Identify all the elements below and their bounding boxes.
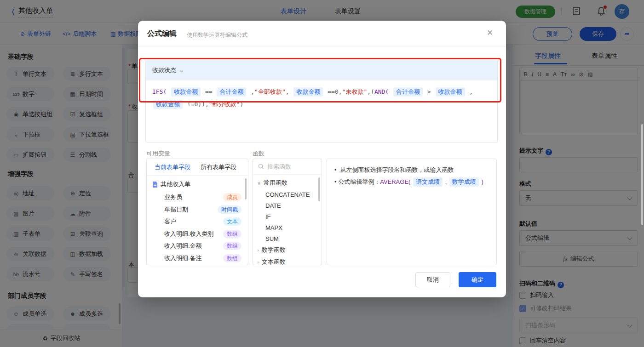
functions-panel: 搜索函数 ∨常用函数CONCATENATEDATEIFMAPXSUM›数学函数›… <box>253 159 322 265</box>
string-token: "部分收款" <box>209 101 240 108</box>
operator-token: ,( <box>367 88 374 95</box>
operator-token: , <box>286 88 293 95</box>
operator-token: !=0)), <box>184 101 209 108</box>
chevron-right-icon: › <box>257 247 259 253</box>
field-token: 收款金额 <box>293 87 323 97</box>
formula-editor-modal: 公式编辑 使用数学运算符编辑公式 ✕ 收款状态 = IFS( 收款金额 == 合… <box>138 21 506 297</box>
bullet: • <box>334 166 337 173</box>
search-icon <box>258 164 264 170</box>
formula-target-field: 收款状态 = <box>146 60 497 80</box>
variable-row-收入明细.金额[interactable]: 收入明细.金额数组 <box>147 240 248 252</box>
modal-title: 公式编辑 <box>147 29 177 39</box>
function-item-CONCATENATE[interactable]: CONCATENATE <box>253 189 322 200</box>
root-name: 其他收入单 <box>161 180 190 188</box>
hint-line-1: •从左侧面板选择字段名和函数，或输入函数 <box>334 165 454 176</box>
operator-token: , <box>466 88 477 95</box>
function-token: ) <box>480 178 483 185</box>
operator-token: , <box>443 178 448 185</box>
type-badge: 时间戳 <box>218 205 242 214</box>
functions-label: 函数 <box>253 149 264 158</box>
function-token: AND( <box>374 88 392 95</box>
field-token: 语文成绩 <box>413 177 443 187</box>
formula-expression[interactable]: IFS( 收款金额 == 合计金额 ,"全部收款", 收款金额 ==0,"未收款… <box>146 80 497 115</box>
variables-scrollbar[interactable] <box>245 178 247 199</box>
group-name: 数学函数 <box>262 246 286 253</box>
variables-panel: 当前表单字段 所有表单字段 其他收入单业务员成员单据日期时间戳客户文本收入明细.… <box>146 159 248 265</box>
variables-tabs: 当前表单字段 所有表单字段 <box>147 159 248 176</box>
formula-hints-panel: •从左侧面板选择字段名和函数，或输入函数 • 公式编辑举例：AVERAGE( 语… <box>327 159 497 265</box>
group-name: 文本函数 <box>262 258 286 265</box>
operator-token: ) <box>240 101 243 108</box>
tab-current-form-fields[interactable]: 当前表单字段 <box>155 163 190 171</box>
close-icon[interactable]: ✕ <box>487 28 493 38</box>
search-placeholder: 搜索函数 <box>267 163 291 171</box>
function-token: AVERAGE( <box>380 178 412 185</box>
variable-name: 收入明细.金额 <box>164 242 202 250</box>
field-token: 合计金额 <box>217 87 246 97</box>
variable-row-客户[interactable]: 客户文本 <box>147 216 248 228</box>
field-token: 收款金额 <box>436 87 465 97</box>
confirm-button[interactable]: 确定 <box>459 272 496 287</box>
type-badge: 文本 <box>223 217 242 226</box>
function-item-IF[interactable]: IF <box>253 211 322 222</box>
type-badge: 数组 <box>223 230 242 238</box>
operator-token: ==0, <box>324 88 342 95</box>
functions-scrollbar[interactable] <box>318 177 320 201</box>
variable-name: 单据日期 <box>164 205 188 214</box>
page-scrollbar[interactable] <box>641 124 643 225</box>
variable-row-收入明细.收入类别[interactable]: 收入明细.收入类别数组 <box>147 228 248 240</box>
formula-input-area[interactable]: 收款状态 = IFS( 收款金额 == 合计金额 ,"全部收款", 收款金额 =… <box>145 60 498 142</box>
function-search-input[interactable]: 搜索函数 <box>253 159 322 175</box>
function-item-MAPX[interactable]: MAPX <box>253 222 322 233</box>
variable-row-收入明细.备注[interactable]: 收入明细.备注数组 <box>147 252 248 264</box>
type-badge: 成员 <box>223 193 242 201</box>
string-token: "未收款" <box>342 88 368 95</box>
variable-name: 客户 <box>164 217 176 226</box>
operator-token: == <box>201 88 216 95</box>
group-name: 常用函数 <box>264 179 288 186</box>
variable-name: 收入明细.收入类别 <box>164 230 214 238</box>
string-token: "全部收款" <box>254 88 286 95</box>
variable-name: 业务员 <box>164 193 182 201</box>
hint-text: 公式编辑举例： <box>338 178 380 185</box>
field-token: 收款金额 <box>171 87 201 97</box>
operator-token: > <box>424 88 434 95</box>
bullet: • <box>334 178 338 185</box>
type-badge: 数组 <box>223 242 242 250</box>
form-doc-icon <box>152 181 161 188</box>
hint-text: 从左侧面板选择字段名和函数，或输入函数 <box>340 166 454 173</box>
hint-line-2: • 公式编辑举例：AVERAGE( 语文成绩 , 数学成绩 ) <box>334 176 483 188</box>
function-token: IFS( <box>152 88 170 95</box>
chevron-down-icon: ∨ <box>257 180 261 186</box>
variable-row-业务员[interactable]: 业务员成员 <box>147 191 248 203</box>
variable-row-单据日期[interactable]: 单据日期时间戳 <box>147 204 248 216</box>
function-item-SUM[interactable]: SUM <box>253 233 322 245</box>
variable-root-row[interactable]: 其他收入单 <box>147 178 248 190</box>
function-group-数学函数[interactable]: ›数学函数 <box>253 245 322 256</box>
operator-token: , <box>247 88 254 95</box>
function-item-DATE[interactable]: DATE <box>253 200 322 211</box>
field-token: 收款金额 <box>153 100 183 109</box>
cancel-button[interactable]: 取消 <box>415 272 450 287</box>
modal-subtitle: 使用数学运算符编辑公式 <box>187 31 247 39</box>
function-group-常用函数[interactable]: ∨常用函数 <box>253 177 322 188</box>
field-token: 数学成绩 <box>449 177 479 187</box>
type-badge: 数组 <box>223 254 242 262</box>
variables-label: 可用变量 <box>146 149 170 158</box>
function-group-文本函数[interactable]: ›文本函数 <box>253 256 322 265</box>
tab-all-form-fields[interactable]: 所有表单字段 <box>201 163 236 171</box>
chevron-right-icon: › <box>257 259 259 265</box>
field-token: 合计金额 <box>393 87 423 97</box>
variable-name: 收入明细.备注 <box>164 254 202 262</box>
divider <box>138 46 506 46</box>
